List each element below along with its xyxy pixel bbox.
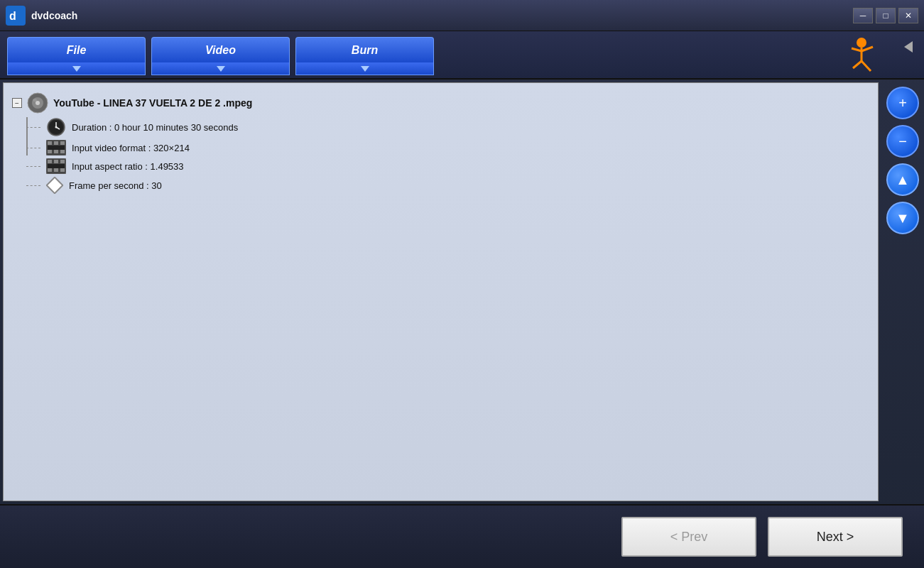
svg-rect-20 [54, 141, 58, 145]
tab-video: Video [151, 37, 290, 75]
aspect-label: Input aspect ratio : 1.49533 [72, 161, 184, 172]
svg-text:d: d [9, 10, 16, 22]
mascot-icon [846, 36, 888, 84]
diamond-icon [46, 177, 63, 194]
app-title: dvdcoach [31, 10, 853, 21]
svg-marker-8 [904, 41, 913, 53]
film-icon [46, 140, 66, 155]
file-tree-panel: − YouTube - LINEA 37 VUELTA 2 DE 2 .mpeg [3, 82, 879, 501]
minus-icon: − [898, 133, 907, 150]
svg-rect-31 [54, 168, 58, 172]
tab-file: File [7, 37, 146, 75]
move-down-button[interactable]: ▼ [886, 202, 919, 234]
root-file-label: YouTube - LINEA 37 VUELTA 2 DE 2 .mpeg [53, 97, 252, 109]
toolbar-collapse-button[interactable] [898, 37, 918, 57]
tree-child-format: Input video format : 320×214 [40, 140, 869, 155]
svg-rect-25 [48, 146, 65, 150]
tree-children: Duration : 0 hour 10 minutes 30 seconds [40, 117, 869, 194]
tab-burn: Burn [295, 37, 434, 75]
file-tab-arrow [7, 62, 146, 75]
chevron-down-icon [217, 66, 225, 72]
svg-line-5 [852, 48, 862, 51]
dvd-icon [26, 92, 49, 114]
next-button[interactable]: Next > [768, 517, 903, 557]
svg-rect-21 [60, 141, 65, 145]
clock-icon [46, 117, 66, 137]
remove-button[interactable]: − [886, 125, 919, 158]
svg-rect-23 [54, 150, 58, 153]
tree-toggle[interactable]: − [12, 98, 22, 108]
svg-line-6 [862, 61, 871, 71]
tree-child-aspect: Input aspect ratio : 1.49533 [40, 158, 869, 174]
svg-rect-28 [54, 160, 58, 163]
toolbar-tabs: File Video Burn [7, 37, 917, 75]
svg-point-2 [857, 38, 866, 48]
up-arrow-icon: ▲ [896, 172, 910, 188]
down-arrow-icon: ▼ [896, 210, 910, 226]
format-label: Input video format : 320×214 [72, 143, 190, 153]
svg-rect-32 [60, 168, 65, 172]
bottom-bar: < Prev Next > [0, 504, 924, 568]
main-window: d dvdcoach ─ □ ✕ File Video [0, 0, 924, 568]
toolbar: File Video Burn [0, 31, 924, 80]
svg-rect-27 [48, 160, 52, 163]
svg-point-12 [33, 99, 37, 102]
svg-point-11 [36, 101, 40, 105]
svg-line-7 [853, 61, 862, 68]
app-logo-icon: d [6, 6, 26, 26]
video-tab-button[interactable]: Video [151, 37, 290, 62]
svg-rect-30 [48, 168, 52, 172]
window-controls: ─ □ ✕ [853, 8, 918, 23]
titlebar: d dvdcoach ─ □ ✕ [0, 0, 924, 31]
duration-label: Duration : 0 hour 10 minutes 30 seconds [72, 122, 238, 133]
fps-label: Frame per second : 30 [69, 180, 162, 191]
svg-rect-33 [48, 164, 65, 168]
tree-child-duration: Duration : 0 hour 10 minutes 30 seconds [40, 117, 869, 137]
svg-rect-19 [48, 141, 52, 145]
add-button[interactable]: + [886, 87, 919, 119]
move-up-button[interactable]: ▲ [886, 163, 919, 196]
plus-icon: + [898, 95, 907, 111]
tree-root-item: − YouTube - LINEA 37 VUELTA 2 DE 2 .mpeg [12, 92, 869, 114]
burn-tab-button[interactable]: Burn [295, 37, 434, 62]
minimize-button[interactable]: ─ [853, 8, 873, 23]
right-sidebar: + − ▲ ▼ [881, 80, 924, 504]
burn-tab-arrow [295, 62, 434, 75]
svg-rect-34 [47, 178, 63, 194]
prev-button[interactable]: < Prev [621, 517, 756, 557]
video-tab-arrow [151, 62, 290, 75]
svg-rect-22 [48, 150, 52, 153]
chevron-down-icon [361, 66, 369, 72]
tree-child-fps: Frame per second : 30 [40, 177, 869, 194]
maximize-button[interactable]: □ [876, 8, 896, 23]
svg-line-4 [862, 47, 873, 51]
svg-rect-29 [60, 160, 65, 163]
film2-icon [46, 158, 66, 174]
chevron-down-icon [72, 66, 81, 72]
file-tree: − YouTube - LINEA 37 VUELTA 2 DE 2 .mpeg [12, 92, 869, 194]
svg-point-17 [55, 126, 58, 129]
svg-rect-24 [60, 150, 65, 153]
main-area: − YouTube - LINEA 37 VUELTA 2 DE 2 .mpeg [0, 80, 924, 504]
file-tab-button[interactable]: File [7, 37, 146, 62]
close-button[interactable]: ✕ [898, 8, 918, 23]
